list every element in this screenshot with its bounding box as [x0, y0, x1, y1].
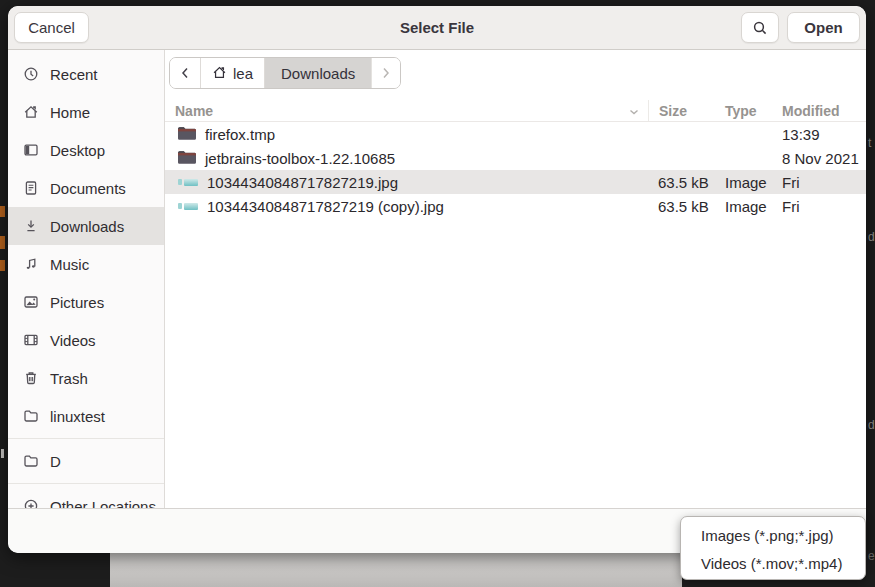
file-chooser-dialog: Cancel Select File Open	[8, 6, 866, 553]
home-icon	[212, 65, 227, 81]
background-terminal-fragment	[0, 260, 5, 271]
open-button[interactable]: Open	[787, 12, 860, 43]
sidebar-item-other-locations[interactable]: Other Locations	[8, 487, 164, 508]
folder-icon	[23, 453, 39, 469]
headerbar: Cancel Select File Open	[8, 6, 866, 50]
search-icon	[752, 20, 768, 36]
image-thumbnail-icon	[178, 178, 198, 186]
file-modified: 13:39	[772, 126, 866, 143]
dialog-title: Select File	[400, 19, 474, 36]
file-name: firefox.tmp	[205, 126, 275, 143]
file-name: jetbrains-toolbox-1.22.10685	[205, 150, 395, 167]
sidebar-item-desktop[interactable]: Desktop	[8, 131, 164, 169]
filter-option-videos[interactable]: Videos (*.mov;*.mp4)	[681, 549, 865, 577]
file-row-firefox-tmp[interactable]: firefox.tmp 13:39	[165, 122, 866, 146]
file-type: Image	[715, 198, 772, 215]
file-filter-popup: Images (*.png;*.jpg) Videos (*.mov;*.mp4…	[680, 516, 866, 580]
folder-file-icon	[178, 150, 196, 167]
downloads-icon	[23, 218, 39, 234]
sidebar-item-videos[interactable]: Videos	[8, 321, 164, 359]
sort-chevron-down-icon	[628, 103, 640, 119]
sidebar-item-pictures[interactable]: Pictures	[8, 283, 164, 321]
main-area: lea Downloads Name	[165, 50, 866, 508]
search-button[interactable]	[741, 12, 779, 43]
sidebar-item-label: Desktop	[50, 142, 105, 159]
chevron-right-icon	[381, 65, 391, 81]
sidebar-item-label: Home	[50, 104, 90, 121]
sidebar-item-home[interactable]: Home	[8, 93, 164, 131]
background-text-fragment: t	[868, 136, 871, 150]
column-header-modified[interactable]: Modified	[772, 103, 866, 119]
path-segment-label: lea	[233, 65, 253, 82]
sidebar-item-recent[interactable]: Recent	[8, 55, 164, 93]
sidebar-item-label: Documents	[50, 180, 126, 197]
sidebar-item-trash[interactable]: Trash	[8, 359, 164, 397]
path-back-button[interactable]	[170, 58, 201, 88]
sidebar-item-music[interactable]: Music	[8, 245, 164, 283]
file-modified: 8 Nov 2021	[772, 150, 866, 167]
image-thumbnail-icon	[178, 202, 198, 210]
background-text-fragment: d	[868, 230, 875, 244]
recent-icon	[23, 66, 39, 82]
pictures-icon	[23, 294, 39, 310]
screen: t d d e Cancel Select File Open	[0, 0, 875, 587]
cancel-button[interactable]: Cancel	[14, 12, 89, 43]
sidebar-item-linuxtest[interactable]: linuxtest	[8, 397, 164, 435]
file-row-jetbrains-toolbox[interactable]: jetbrains-toolbox-1.22.10685 8 Nov 2021	[165, 146, 866, 170]
sidebar-item-label: Downloads	[50, 218, 124, 235]
path-segment-current[interactable]: Downloads	[265, 58, 371, 88]
background-terminal-fragment	[1, 449, 4, 458]
sidebar-item-label: linuxtest	[50, 408, 105, 425]
column-header-size[interactable]: Size	[648, 100, 715, 121]
sidebar-item-label: D	[50, 453, 61, 470]
other-locations-icon	[23, 498, 39, 508]
documents-icon	[23, 180, 39, 196]
desktop-icon	[23, 142, 39, 158]
folder-icon	[23, 408, 39, 424]
background-text-fragment: e	[868, 549, 875, 563]
file-name: 10344340848717827219.jpg	[207, 174, 398, 191]
sidebar-item-downloads[interactable]: Downloads	[8, 207, 164, 245]
sidebar-separator	[8, 438, 164, 439]
sidebar-item-label: Recent	[50, 66, 98, 83]
home-icon	[23, 104, 39, 120]
file-row-jpg-copy[interactable]: 10344340848717827219 (copy).jpg 63.5 kB …	[165, 194, 866, 218]
folder-file-icon	[178, 126, 196, 143]
background-terminal-fragment	[0, 236, 5, 249]
sidebar-item-label: Music	[50, 256, 89, 273]
background-terminal-fragment	[0, 206, 5, 217]
music-icon	[23, 256, 39, 272]
sidebar-item-label: Other Locations	[50, 498, 156, 509]
sidebar-separator	[8, 483, 164, 484]
background-text-fragment: d	[868, 418, 875, 432]
sidebar: Recent Home Desktop	[8, 50, 165, 508]
videos-icon	[23, 332, 39, 348]
pathbar: lea Downloads	[169, 57, 401, 89]
column-header-type[interactable]: Type	[715, 103, 772, 119]
path-forward-button[interactable]	[371, 58, 400, 88]
sidebar-item-documents[interactable]: Documents	[8, 169, 164, 207]
file-modified: Fri	[772, 198, 866, 215]
file-name: 10344340848717827219 (copy).jpg	[207, 198, 444, 215]
file-size: 63.5 kB	[648, 198, 715, 215]
background-window	[110, 553, 682, 587]
sidebar-item-label: Videos	[50, 332, 96, 349]
path-segment-label: Downloads	[281, 65, 355, 82]
file-type: Image	[715, 174, 772, 191]
chevron-left-icon	[180, 65, 190, 81]
sidebar-item-label: Pictures	[50, 294, 104, 311]
sidebar-item-label: Trash	[50, 370, 88, 387]
column-header-name[interactable]: Name	[165, 103, 648, 119]
sidebar-item-d[interactable]: D	[8, 442, 164, 480]
file-list-header: Name Size Type Modified	[165, 100, 866, 122]
file-modified: Fri	[772, 174, 866, 191]
filter-option-images[interactable]: Images (*.png;*.jpg)	[681, 521, 865, 549]
file-size: 63.5 kB	[648, 174, 715, 191]
trash-icon	[23, 370, 39, 386]
path-segment-home[interactable]: lea	[201, 58, 265, 88]
file-row-jpg-selected[interactable]: 10344340848717827219.jpg 63.5 kB Image F…	[165, 170, 866, 194]
dialog-body: Recent Home Desktop	[8, 50, 866, 508]
